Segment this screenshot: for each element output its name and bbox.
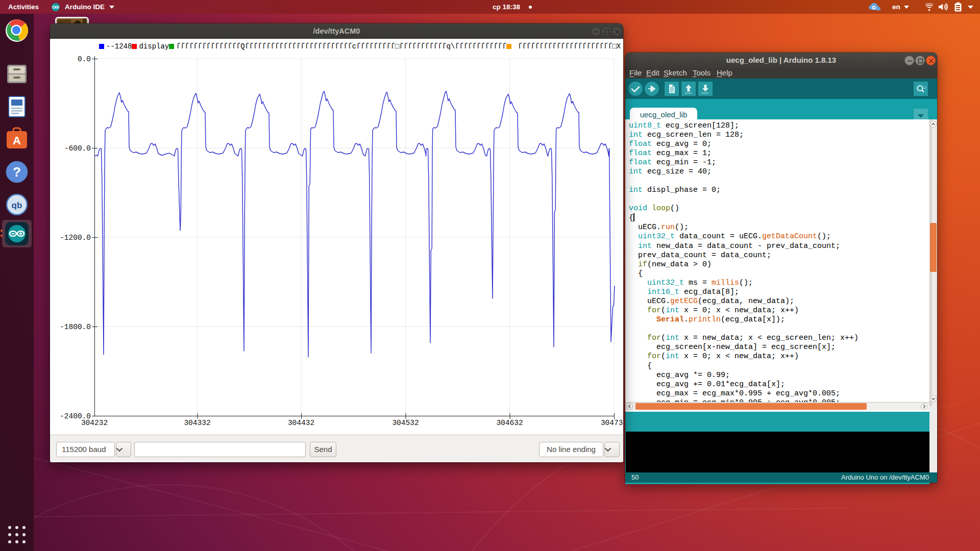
svg-text:304632: 304632 [496,419,523,427]
svg-text:0.0: 0.0 [78,55,91,63]
svg-text:304532: 304532 [392,419,419,427]
svg-text:-1200.0: -1200.0 [60,234,91,242]
svg-text:qb: qb [12,201,22,210]
svg-text:-600.0: -600.0 [64,144,91,153]
svg-text:-1800.0: -1800.0 [60,323,91,331]
svg-text:A: A [13,134,21,147]
svg-text:304232: 304232 [81,419,108,427]
svg-text:304432: 304432 [288,419,314,427]
svg-text:304332: 304332 [184,419,210,427]
svg-text:304732: 304732 [601,419,623,427]
svg-text:?: ? [13,164,21,180]
